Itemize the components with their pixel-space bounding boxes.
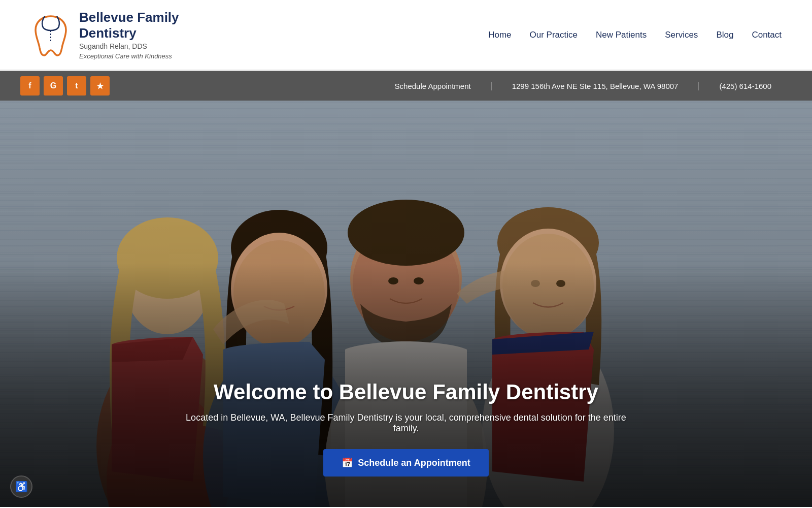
logo-dds: Sugandh Relan, DDS	[79, 42, 179, 50]
hero-title: Welcome to Bellevue Family Dentistry	[178, 380, 634, 404]
nav-home[interactable]: Home	[488, 30, 511, 40]
nav-our-practice[interactable]: Our Practice	[530, 30, 578, 40]
cta-schedule-button[interactable]: 📅 Schedule an Appointment	[323, 449, 488, 477]
yelp-button[interactable]: ★	[90, 76, 110, 96]
facebook-icon: f	[28, 81, 31, 90]
nav-new-patients[interactable]: New Patients	[596, 30, 647, 40]
nav-services[interactable]: Services	[665, 30, 698, 40]
yelp-icon: ★	[96, 81, 104, 91]
logo-tooth-icon	[30, 12, 71, 58]
accessibility-icon: ♿	[15, 481, 28, 493]
nav-blog[interactable]: Blog	[716, 30, 733, 40]
main-nav: Home Our Practice New Patients Services …	[488, 30, 782, 40]
nav-contact[interactable]: Contact	[752, 30, 782, 40]
facebook-button[interactable]: f	[20, 76, 40, 96]
schedule-link[interactable]: Schedule Appointment	[375, 82, 492, 90]
phone-text[interactable]: (425) 614-1600	[699, 82, 792, 90]
cta-label: Schedule an Appointment	[358, 458, 470, 468]
logo-title: Bellevue Family Dentistry	[79, 10, 179, 41]
accessibility-button[interactable]: ♿	[10, 475, 32, 498]
social-icons: f G t ★	[20, 76, 110, 96]
site-header: Bellevue Family Dentistry Sugandh Relan,…	[0, 0, 812, 71]
logo-area: Bellevue Family Dentistry Sugandh Relan,…	[30, 10, 179, 60]
google-button[interactable]: G	[44, 76, 63, 96]
hero-section: Welcome to Bellevue Family Dentistry Loc…	[0, 101, 812, 507]
address-text: 1299 156th Ave NE Ste 115, Bellevue, WA …	[492, 82, 699, 90]
twitter-button[interactable]: t	[67, 76, 86, 96]
info-bar: f G t ★ Schedule Appointment 1299 156th …	[0, 71, 812, 101]
hero-subtitle: Located in Bellevue, WA, Bellevue Family…	[178, 412, 634, 434]
hero-content: Welcome to Bellevue Family Dentistry Loc…	[178, 380, 634, 507]
calendar-icon: 📅	[342, 457, 353, 468]
logo-tagline: Exceptional Care with Kindness	[79, 52, 179, 60]
twitter-icon: t	[75, 81, 78, 90]
logo-text: Bellevue Family Dentistry Sugandh Relan,…	[79, 10, 179, 60]
google-icon: G	[50, 81, 56, 90]
info-links: Schedule Appointment 1299 156th Ave NE S…	[375, 82, 792, 90]
